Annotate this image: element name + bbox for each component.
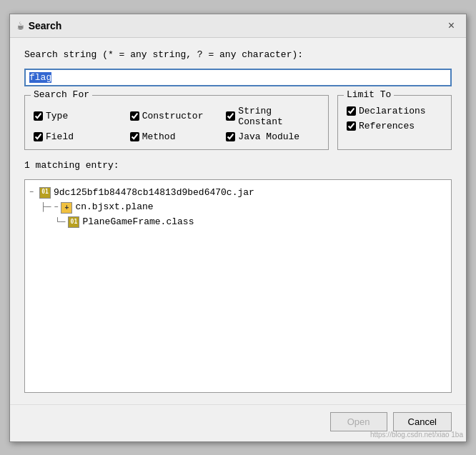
expand-jar-icon[interactable]: − xyxy=(29,187,34,199)
checkbox-java-module-label: Java Module xyxy=(238,131,299,142)
checkbox-string-constant[interactable]: String Constant xyxy=(226,106,319,127)
checkbox-field-input[interactable] xyxy=(34,132,43,141)
watermark: https://blog.csdn.net/xiao 1ba xyxy=(370,431,463,439)
panels-row: Search For Type Constructor String Const… xyxy=(24,95,452,150)
checkbox-constructor-input[interactable] xyxy=(130,111,139,121)
result-tree[interactable]: − 01 9dc125bf1b84478cb14813d9bed6470c.ja… xyxy=(24,179,452,393)
class-branch-icon: └─ xyxy=(55,216,65,229)
search-for-checkboxes: Type Constructor String Constant Field xyxy=(34,106,319,142)
jar-label: 9dc125bf1b84478cb14813d9bed6470c.jar xyxy=(54,186,254,201)
checkbox-type-input[interactable] xyxy=(34,111,43,121)
checkbox-type[interactable]: Type xyxy=(34,106,127,127)
pkg-branch-icon: ├─ xyxy=(41,201,51,214)
checkbox-field[interactable]: Field xyxy=(34,131,127,142)
checkbox-string-constant-label: String Constant xyxy=(238,106,319,127)
checkbox-constructor-label: Constructor xyxy=(142,111,204,121)
dialog-body: Search string (* = any string, ? = any c… xyxy=(10,38,466,404)
checkbox-declarations-input[interactable] xyxy=(347,106,356,116)
checkbox-method-input[interactable] xyxy=(130,132,139,141)
limit-to-legend: Limit To xyxy=(344,89,394,100)
tree-item-jar: − 01 9dc125bf1b84478cb14813d9bed6470c.ja… xyxy=(29,186,447,201)
checkbox-field-label: Field xyxy=(46,131,74,142)
checkbox-type-label: Type xyxy=(46,111,68,121)
class-icon: 01 xyxy=(68,216,79,228)
class-label: PlaneGameFrame.class xyxy=(82,215,194,230)
search-label: Search string (* = any string, ? = any c… xyxy=(24,49,452,60)
jar-icon: 01 xyxy=(39,187,51,199)
checkbox-java-module-input[interactable] xyxy=(226,132,235,141)
checkbox-constructor[interactable]: Constructor xyxy=(130,106,224,127)
checkbox-string-constant-input[interactable] xyxy=(226,111,235,121)
package-icon: + xyxy=(61,202,72,214)
open-button[interactable]: Open xyxy=(330,412,387,431)
limit-to-panel: Limit To Declarations References xyxy=(337,95,452,150)
search-for-legend: Search For xyxy=(31,89,92,100)
tree-item-package: ├─ − + cn.bjsxt.plane xyxy=(29,200,447,215)
checkbox-references[interactable]: References xyxy=(347,121,442,131)
cancel-button[interactable]: Cancel xyxy=(393,412,452,431)
dialog-icon: ☕ xyxy=(17,19,24,33)
checkbox-references-input[interactable] xyxy=(347,121,356,131)
search-dialog: ☕ Search × Search string (* = any string… xyxy=(9,14,467,442)
checkbox-method[interactable]: Method xyxy=(130,131,224,142)
checkbox-java-module[interactable]: Java Module xyxy=(226,131,319,142)
expand-pkg-icon[interactable]: − xyxy=(54,202,58,214)
limit-to-checkboxes: Declarations References xyxy=(347,106,442,131)
tree-item-class: └─ 01 PlaneGameFrame.class xyxy=(29,215,447,230)
title-bar-left: ☕ Search xyxy=(17,19,61,33)
checkbox-references-label: References xyxy=(359,121,415,131)
checkbox-method-label: Method xyxy=(142,131,176,142)
title-bar: ☕ Search × xyxy=(10,14,466,38)
checkbox-declarations-label: Declarations xyxy=(359,106,426,116)
dialog-title: Search xyxy=(29,20,62,31)
search-input[interactable] xyxy=(24,69,452,86)
search-for-panel: Search For Type Constructor String Const… xyxy=(24,95,329,150)
checkbox-declarations[interactable]: Declarations xyxy=(347,106,442,116)
close-button[interactable]: × xyxy=(444,19,459,33)
package-label: cn.bjsxt.plane xyxy=(75,200,153,215)
result-summary: 1 matching entry: xyxy=(24,160,452,171)
